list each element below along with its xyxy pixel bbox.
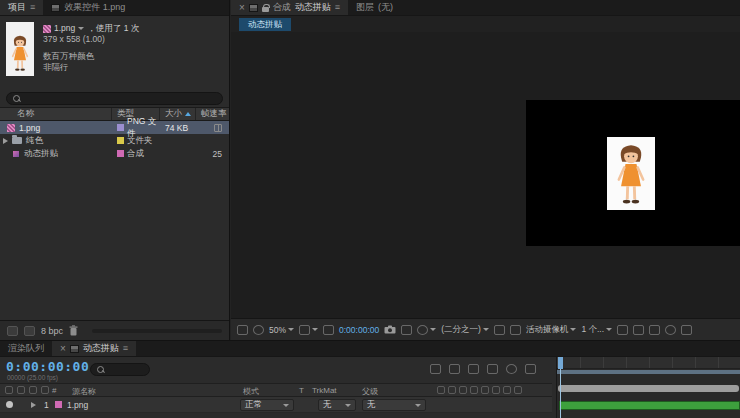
column-header-size[interactable]: 大小 <box>160 108 196 120</box>
column-source-name[interactable]: 源名称 <box>72 386 96 397</box>
resolution-dropdown[interactable]: (二分之一) <box>441 324 489 336</box>
layer-tab-value: (无) <box>378 1 393 14</box>
comp-navigator-chip[interactable]: 动态拼贴 <box>239 18 291 31</box>
viewer-canvas-area[interactable] <box>231 32 740 318</box>
time-ruler[interactable] <box>557 357 740 369</box>
lock-icon[interactable] <box>262 7 269 12</box>
camera-view-value: 活动摄像机 <box>526 324 569 336</box>
reset-exposure-icon[interactable] <box>665 325 676 335</box>
layer-visibility-eye-icon[interactable] <box>6 401 13 408</box>
layer-label-swatch[interactable] <box>55 401 62 408</box>
label-swatch[interactable] <box>117 124 124 131</box>
layer-source-name[interactable]: 1.png <box>67 400 88 410</box>
motion-blur-icon[interactable] <box>506 364 517 374</box>
interpret-footage-icon[interactable] <box>7 326 18 336</box>
mask-visibility-icon[interactable] <box>323 325 334 335</box>
close-icon[interactable]: × <box>239 3 245 13</box>
frame-info-label: 00000 (25.00 fps) <box>7 374 58 381</box>
footage-layer-image[interactable] <box>607 137 655 210</box>
tab-effect-controls[interactable]: 效果控件 1.png <box>43 0 133 15</box>
trkmat-dropdown[interactable]: 无 <box>318 399 356 411</box>
project-search-input[interactable] <box>6 92 223 105</box>
tab-composition[interactable]: × 合成 动态拼贴 ≡ <box>231 0 348 15</box>
show-channel-dropdown[interactable] <box>417 325 436 335</box>
playhead-handle[interactable] <box>558 357 563 369</box>
layer-row[interactable]: 1 1.png 正常 无 无 <box>0 397 552 413</box>
camera-view-dropdown[interactable]: 活动摄像机 <box>526 324 577 336</box>
composition-viewer-panel: × 合成 动态拼贴 ≡ 图层 (无) 动态拼贴 <box>231 0 740 340</box>
project-row-composition[interactable]: 动态拼贴 合成 25 <box>0 147 229 160</box>
tab-timeline-comp[interactable]: × 动态拼贴 ≡ <box>52 341 136 356</box>
column-parent[interactable]: 父级 <box>362 386 378 397</box>
lock-column-icon <box>41 386 49 394</box>
frame-blend-column-icon <box>481 386 489 394</box>
preview-timecode[interactable]: 0:00:00:00 <box>339 325 379 335</box>
current-time-display[interactable]: 0:00:00:00 <box>6 359 89 374</box>
bit-depth-label[interactable]: 8 bpc <box>41 326 63 336</box>
close-icon[interactable]: × <box>60 344 66 354</box>
project-row-solids[interactable]: 纯色 文件夹 <box>0 134 229 147</box>
parent-dropdown[interactable]: 无 <box>362 399 426 411</box>
exposure-adjust-icon[interactable] <box>681 325 692 335</box>
show-snapshot-icon[interactable] <box>401 325 412 335</box>
timeline-track-area[interactable] <box>556 357 740 418</box>
panel-menu-icon[interactable]: ≡ <box>123 344 128 353</box>
timeline-search-input[interactable] <box>90 363 150 376</box>
project-row-1png[interactable]: 1.png PNG 文件 74 KB <box>0 121 229 134</box>
delete-icon[interactable] <box>69 325 78 336</box>
composition-canvas[interactable] <box>526 100 740 246</box>
pixel-aspect-correction-icon[interactable] <box>617 325 628 335</box>
view-layout-dropdown[interactable]: 1 个... <box>581 324 612 336</box>
folder-twirl-icon[interactable] <box>3 138 8 144</box>
transparency-grid-icon[interactable] <box>510 325 521 335</box>
quality-column-icon <box>459 386 467 394</box>
time-navigator-bar[interactable] <box>558 385 739 392</box>
audio-column-icon <box>17 386 25 394</box>
tab-layer-viewer[interactable]: 图层 (无) <box>348 0 401 15</box>
blend-mode-dropdown[interactable]: 正常 <box>240 399 294 411</box>
work-area-bar[interactable] <box>557 370 740 374</box>
layer-duration-bar[interactable] <box>559 401 740 410</box>
dropdown-arrow-icon <box>288 328 294 331</box>
draft-3d-icon[interactable] <box>449 364 460 374</box>
item-name: 1.png <box>19 123 40 133</box>
monitor-icon[interactable] <box>237 325 248 335</box>
footage-interlace: 非隔行 <box>43 62 139 73</box>
grid-and-guides-dropdown[interactable] <box>299 325 318 335</box>
composition-mini-flowchart-icon[interactable] <box>430 364 441 374</box>
composition-flowchart-icon[interactable] <box>649 325 660 335</box>
region-of-interest-icon[interactable] <box>494 325 505 335</box>
layer-twirl-icon[interactable] <box>31 402 36 408</box>
comp-name-label: 动态拼贴 <box>295 1 331 14</box>
character-artwork <box>8 30 32 76</box>
resolution-value: (二分之一) <box>441 324 481 336</box>
column-header-framerate[interactable]: 帧速率 <box>196 108 229 120</box>
graph-editor-icon[interactable] <box>525 364 536 374</box>
dropdown-arrow-icon[interactable] <box>78 27 84 30</box>
tab-render-queue[interactable]: 渲染队列 <box>0 341 52 356</box>
column-header-name[interactable]: 名称 <box>0 108 112 120</box>
tab-project[interactable]: 项目 ≡ <box>0 0 43 15</box>
column-mode[interactable]: 模式 <box>243 386 259 397</box>
footage-preview: 1.png ，使用了 1 次 379 x 558 (1.00) 数百万种颜色 非… <box>0 16 229 90</box>
new-folder-icon[interactable] <box>24 326 35 336</box>
label-swatch[interactable] <box>117 150 124 157</box>
zoom-level-dropdown[interactable]: 50% <box>269 325 294 335</box>
panel-menu-icon[interactable]: ≡ <box>335 3 340 12</box>
search-icon <box>97 366 105 374</box>
snapshot-camera-icon[interactable] <box>384 325 396 334</box>
label-swatch[interactable] <box>117 137 124 144</box>
frame-blending-icon[interactable] <box>487 364 498 374</box>
column-trkmat[interactable]: TrkMat <box>312 386 337 395</box>
column-t[interactable]: T <box>299 386 304 395</box>
panel-menu-icon[interactable]: ≡ <box>30 3 35 12</box>
column-index[interactable]: # <box>52 386 56 395</box>
fast-previews-icon[interactable] <box>633 325 644 335</box>
view-layout-value: 1 个... <box>581 324 604 336</box>
main-viewer-icon[interactable] <box>253 325 264 335</box>
column-size-label: 大小 <box>165 108 182 120</box>
after-effects-window: 项目 ≡ 效果控件 1.png <box>0 0 740 418</box>
hide-shy-layers-icon[interactable] <box>468 364 479 374</box>
eye-column-icon <box>5 386 13 394</box>
timeline-panel: 渲染队列 × 动态拼贴 ≡ 0:00:00:00 00000 (25.00 fp… <box>0 340 740 418</box>
